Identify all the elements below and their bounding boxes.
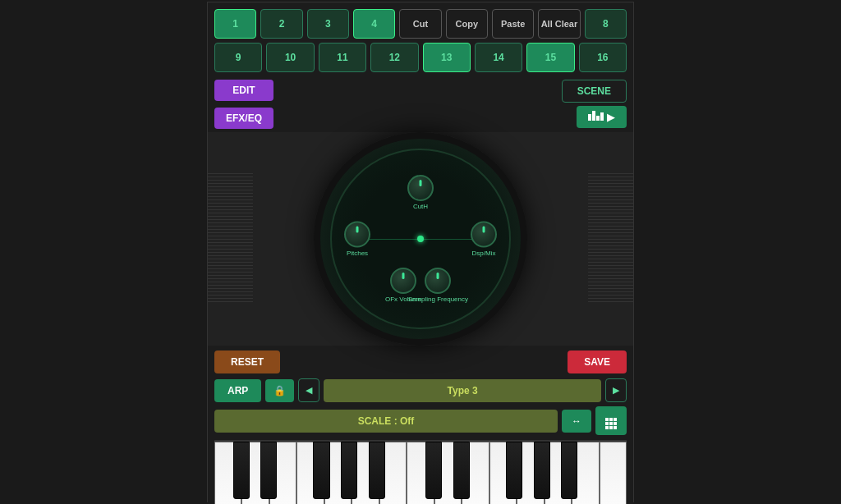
- black-key-as5[interactable]: [561, 442, 577, 499]
- pad-4[interactable]: 4: [353, 9, 395, 39]
- black-key-cs4[interactable]: [233, 442, 250, 499]
- grid-icon: [605, 412, 617, 424]
- edit-button[interactable]: EDIT: [214, 80, 273, 101]
- pad-13[interactable]: 13: [423, 43, 471, 72]
- black-key-ds5[interactable]: [453, 442, 470, 499]
- black-key-cs5[interactable]: [425, 442, 442, 499]
- piano-container: C4 C5: [208, 440, 633, 504]
- arp-next-button[interactable]: ▶: [605, 378, 627, 402]
- reset-save-row: RESET SAVE: [214, 351, 627, 373]
- arp-type-display: Type 3: [324, 379, 601, 402]
- pad-11[interactable]: 11: [319, 43, 366, 72]
- black-key-gs4[interactable]: [341, 442, 357, 499]
- pad-16[interactable]: 16: [579, 43, 627, 72]
- sampling-freq-label: Sampling Frequency: [408, 296, 468, 303]
- pad-12[interactable]: 12: [370, 43, 418, 72]
- scale-row: SCALE : Off ↔: [214, 406, 627, 435]
- synth-outer-ring[interactable]: CutH Pitches Dsp/Mix OFx Volume: [314, 132, 527, 346]
- black-key-fs5[interactable]: [506, 442, 522, 499]
- pitches-dial[interactable]: [344, 222, 370, 248]
- pad-15[interactable]: 15: [526, 43, 574, 72]
- scale-arrows-button[interactable]: ↔: [562, 410, 591, 433]
- scale-display: SCALE : Off: [214, 410, 558, 433]
- all-clear-button[interactable]: All Clear: [538, 9, 580, 39]
- pitches-label: Pitches: [347, 250, 368, 257]
- lock-button[interactable]: 🔒: [265, 379, 294, 402]
- knob-pitches[interactable]: Pitches: [344, 222, 370, 257]
- arp-prev-button[interactable]: ◀: [298, 378, 319, 402]
- dspmix-label: Dsp/Mix: [472, 250, 496, 257]
- right-controls: SCENE ▶: [562, 80, 627, 129]
- piano-keyboard[interactable]: [214, 440, 627, 504]
- pad-8[interactable]: 8: [585, 9, 627, 39]
- arp-button[interactable]: ARP: [214, 379, 261, 402]
- save-button[interactable]: SAVE: [568, 351, 627, 373]
- cut-button[interactable]: Cut: [399, 9, 441, 39]
- scene-button[interactable]: SCENE: [562, 80, 627, 103]
- white-key-c6[interactable]: [600, 442, 627, 504]
- grid-button[interactable]: [595, 406, 627, 435]
- reset-button[interactable]: RESET: [214, 351, 280, 373]
- grid-play-button[interactable]: ▶: [577, 106, 627, 128]
- pad-2[interactable]: 2: [260, 9, 302, 39]
- pad-9[interactable]: 9: [214, 43, 262, 72]
- paste-button[interactable]: Paste: [492, 9, 534, 39]
- pad-14[interactable]: 14: [475, 43, 522, 72]
- black-key-as4[interactable]: [369, 442, 385, 499]
- copy-button[interactable]: Copy: [446, 9, 488, 39]
- cutoff-label: CutH: [413, 203, 428, 210]
- pads-row-1: 1 2 3 4 Cut Copy Paste All Clear 8: [214, 9, 627, 39]
- cutoff-dial[interactable]: [407, 175, 434, 201]
- bottom-controls: RESET SAVE ARP 🔒 ◀ Type 3 ▶ SCALE : Off …: [208, 346, 633, 440]
- lock-icon: 🔒: [273, 385, 286, 396]
- grid-bars-icon: [588, 111, 604, 123]
- synth-inner[interactable]: CutH Pitches Dsp/Mix OFx Volume: [330, 149, 511, 329]
- black-key-ds4[interactable]: [260, 442, 277, 499]
- stripe-left: [208, 173, 253, 305]
- black-key-fs4[interactable]: [313, 442, 329, 499]
- sampling-freq-dial[interactable]: [425, 268, 451, 294]
- pad-10[interactable]: 10: [266, 43, 314, 72]
- stripe-right: [588, 173, 633, 305]
- pads-section: 1 2 3 4 Cut Copy Paste All Clear 8 9 10 …: [208, 2, 633, 80]
- efxeq-button[interactable]: EFX/EQ: [214, 108, 273, 129]
- play-icon: ▶: [607, 111, 615, 123]
- knob-dspmix[interactable]: Dsp/Mix: [471, 222, 497, 257]
- synth-pad-container[interactable]: CutH Pitches Dsp/Mix OFx Volume: [208, 132, 633, 346]
- pad-3[interactable]: 3: [307, 9, 349, 39]
- knob-cutoff[interactable]: CutH: [407, 175, 434, 210]
- black-key-gs5[interactable]: [534, 442, 550, 499]
- dspmix-dial[interactable]: [471, 222, 497, 248]
- app-container: 1 2 3 4 Cut Copy Paste All Clear 8 9 10 …: [207, 2, 634, 502]
- pads-row-2: 9 10 11 12 13 14 15 16: [214, 43, 627, 72]
- center-dot: [417, 236, 424, 242]
- knob-sampling-freq[interactable]: Sampling Frequency: [408, 268, 468, 303]
- arp-row: ARP 🔒 ◀ Type 3 ▶: [214, 378, 627, 402]
- left-controls: EDIT EFX/EQ: [214, 80, 273, 129]
- pad-1[interactable]: 1: [214, 9, 256, 39]
